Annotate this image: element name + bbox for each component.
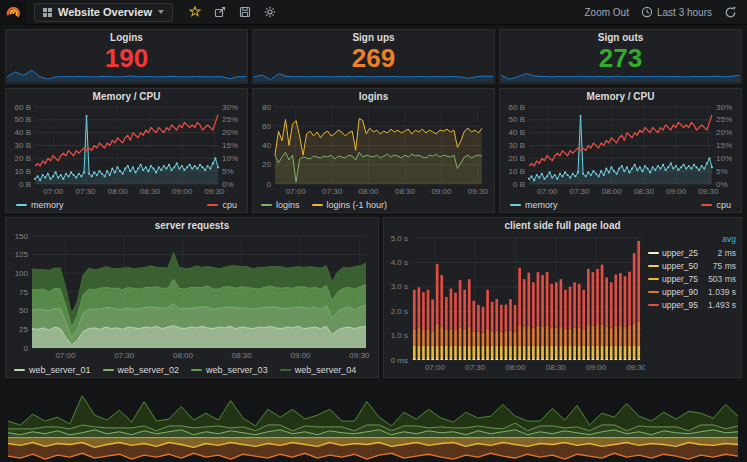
svg-text:75: 75 <box>19 288 28 297</box>
refresh-icon <box>724 6 737 19</box>
svg-text:08:30: 08:30 <box>395 187 416 196</box>
legend-avg-header: avg <box>648 234 736 246</box>
svg-text:08:00: 08:00 <box>359 187 380 196</box>
logins-panel: logins 02040608007:0007:3008:0008:3009:0… <box>252 88 495 213</box>
panel-title[interactable]: logins <box>253 91 494 102</box>
logins-sparkline <box>7 62 246 82</box>
legend-label: memory <box>31 200 64 210</box>
svg-text:10%: 10% <box>222 154 238 163</box>
stat-panel-signups[interactable]: Sign ups 269 <box>252 29 495 84</box>
memory-cpu-chart[interactable]: 0 B10 B20 B30 B40 B50 B60 B0%5%10%15%20%… <box>502 103 739 197</box>
svg-text:07:00: 07:00 <box>537 187 558 196</box>
svg-text:4.0 s: 4.0 s <box>391 258 408 267</box>
panel-title[interactable]: Logins <box>6 32 247 43</box>
svg-text:08:30: 08:30 <box>634 187 655 196</box>
svg-text:09:30: 09:30 <box>698 187 719 196</box>
svg-text:20%: 20% <box>716 128 732 137</box>
panel-title[interactable]: Memory / CPU <box>500 91 741 102</box>
legend-swatch <box>648 278 659 280</box>
svg-text:60 B: 60 B <box>15 103 31 112</box>
svg-text:50 B: 50 B <box>509 115 525 124</box>
legend-item-memory[interactable]: memory <box>510 200 558 210</box>
panel-title[interactable]: server requests <box>6 220 378 231</box>
svg-text:07:00: 07:00 <box>425 363 446 372</box>
memory-cpu-chart[interactable]: 0 B10 B20 B30 B40 B50 B60 B0%5%10%15%20%… <box>8 103 245 197</box>
legend-swatch <box>648 252 659 254</box>
server-requests-chart[interactable]: 025507510012515007:0007:3008:0008:3009:0… <box>8 232 376 361</box>
svg-text:40 B: 40 B <box>15 128 31 137</box>
svg-text:08:30: 08:30 <box>546 363 567 372</box>
svg-text:08:00: 08:00 <box>602 187 623 196</box>
panel-title[interactable]: Memory / CPU <box>6 91 247 102</box>
svg-text:08:00: 08:00 <box>505 363 526 372</box>
svg-text:07:30: 07:30 <box>75 187 96 196</box>
svg-text:3.0 s: 3.0 s <box>391 282 408 291</box>
legend-value: 503 ms <box>708 274 736 284</box>
legend-label: memory <box>525 200 558 210</box>
svg-text:5%: 5% <box>716 167 728 176</box>
svg-text:07:00: 07:00 <box>55 351 76 360</box>
svg-text:10 B: 10 B <box>509 167 525 176</box>
logins-chart[interactable]: 02040608007:0007:3008:0008:3009:0009:30 <box>255 103 492 197</box>
svg-text:07:00: 07:00 <box>43 187 64 196</box>
footer-area-chart[interactable] <box>0 382 747 462</box>
legend-item-upper-50[interactable]: upper_50 75 ms <box>648 259 736 272</box>
client-load-chart[interactable]: 0 ms1.0 s2.0 s3.0 s4.0 s5.0 s07:0007:300… <box>386 232 645 373</box>
top-navbar: Website Overview <box>0 0 747 25</box>
panel-title[interactable]: Sign outs <box>500 32 741 43</box>
legend-swatch <box>191 369 202 371</box>
legend-swatch <box>103 369 114 371</box>
zoom-out-button[interactable]: Zoom Out <box>584 7 628 18</box>
legend-value: 2 ms <box>718 248 736 258</box>
panel-title[interactable]: client side full page load <box>384 220 741 231</box>
svg-text:07:30: 07:30 <box>114 351 135 360</box>
legend-item-memory[interactable]: memory <box>16 200 64 210</box>
svg-text:50: 50 <box>19 306 28 315</box>
legend-item-upper-25[interactable]: upper_25 2 ms <box>648 246 736 259</box>
legend-swatch <box>701 204 712 206</box>
legend-item-upper-90[interactable]: upper_90 1.039 s <box>648 285 736 298</box>
legend-item-logins[interactable]: logins <box>261 200 300 210</box>
legend-label: upper_90 <box>662 287 708 297</box>
grafana-logo-icon <box>4 3 22 21</box>
svg-text:5%: 5% <box>222 167 234 176</box>
star-button[interactable] <box>189 6 201 18</box>
legend-label: web_server_01 <box>29 365 91 375</box>
legend-swatch <box>280 369 291 371</box>
svg-text:08:00: 08:00 <box>108 187 129 196</box>
legend-label: web_server_02 <box>118 365 180 375</box>
legend-item-logins-1h[interactable]: logins (-1 hour) <box>312 200 388 210</box>
legend-label: upper_75 <box>662 274 708 284</box>
legend-item-upper-75[interactable]: upper_75 503 ms <box>648 272 736 285</box>
signups-sparkline <box>254 62 493 82</box>
dashboard-picker[interactable]: Website Overview <box>34 3 173 22</box>
svg-text:07:30: 07:30 <box>322 187 343 196</box>
refresh-button[interactable] <box>724 6 737 19</box>
clock-icon <box>641 6 653 18</box>
stat-panel-logins[interactable]: Logins 190 <box>5 29 248 84</box>
time-range-picker[interactable]: Last 3 hours <box>641 6 712 18</box>
legend-item-web-server-02[interactable]: web_server_02 <box>103 365 180 375</box>
legend-item-upper-95[interactable]: upper_95 1.493 s <box>648 298 736 311</box>
svg-text:2.0 s: 2.0 s <box>391 307 408 316</box>
share-button[interactable] <box>214 6 226 18</box>
legend-swatch <box>648 291 659 293</box>
svg-text:30 B: 30 B <box>509 141 525 150</box>
legend-item-web-server-01[interactable]: web_server_01 <box>14 365 91 375</box>
settings-button[interactable] <box>264 6 276 18</box>
time-range-label: Last 3 hours <box>657 7 712 18</box>
legend-item-cpu[interactable]: cpu <box>701 200 731 210</box>
legend-label: cpu <box>716 200 731 210</box>
legend-item-web-server-04[interactable]: web_server_04 <box>280 365 357 375</box>
svg-text:09:00: 09:00 <box>291 351 312 360</box>
legend-swatch <box>648 265 659 267</box>
svg-text:30%: 30% <box>222 103 238 112</box>
legend-swatch <box>648 304 659 306</box>
svg-text:60: 60 <box>262 122 271 131</box>
stat-panel-signouts[interactable]: Sign outs 273 <box>499 29 742 84</box>
legend-item-cpu[interactable]: cpu <box>207 200 237 210</box>
save-button[interactable] <box>239 6 251 18</box>
grafana-logo[interactable] <box>0 0 26 25</box>
panel-title[interactable]: Sign ups <box>253 32 494 43</box>
legend-item-web-server-03[interactable]: web_server_03 <box>191 365 268 375</box>
